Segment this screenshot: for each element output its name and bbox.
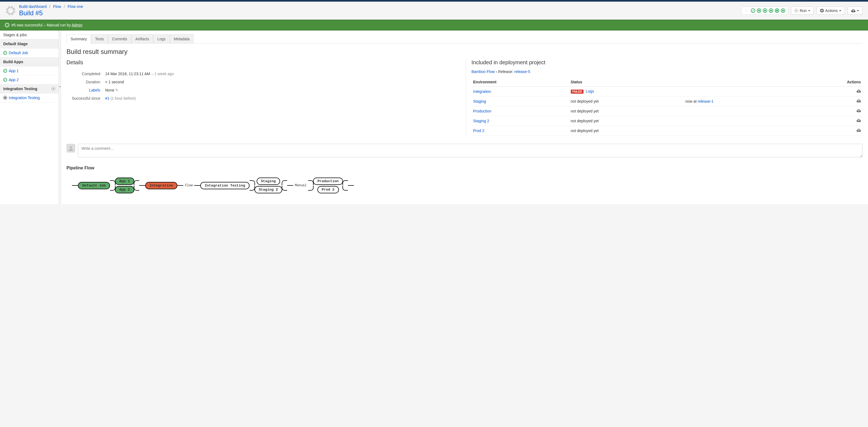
env-link[interactable]: Production (473, 109, 492, 113)
comment-input[interactable] (78, 144, 863, 157)
edit-labels-icon[interactable]: ✎ (115, 88, 119, 92)
deployment-table: Environment Status Actions Integration F… (472, 77, 863, 136)
header: Build dashboard / Flow / Flow one Build … (0, 2, 868, 20)
breadcrumb-build-dashboard[interactable]: Build dashboard (19, 4, 46, 9)
pipeline-node-app2: App 2 (115, 186, 134, 193)
deployment-project-link[interactable]: Bamboo Flow (472, 69, 495, 74)
details-value: #1 (1 hour before) (103, 95, 457, 102)
status-dot-icon[interactable] (769, 8, 773, 13)
breadcrumb-flow[interactable]: Flow (53, 4, 61, 9)
logs-link[interactable]: Logs (586, 89, 594, 93)
deployment-release-line: Bamboo Flow › Release: release-5 (472, 69, 863, 74)
since-build-link[interactable]: #1 (105, 96, 110, 100)
env-link[interactable]: Staging (473, 99, 486, 103)
deploy-dropdown-button[interactable] (847, 6, 863, 15)
cloud-upload-icon (851, 8, 856, 13)
status-banner: ✓ #5 was successful – Manual run by Admi… (0, 20, 868, 31)
actions-button[interactable]: Actions (816, 6, 845, 15)
details-label: Labels (67, 86, 102, 94)
success-icon (3, 51, 7, 55)
details-heading: Details (66, 59, 458, 66)
breadcrumb: Build dashboard / Flow / Flow one (19, 4, 741, 9)
pipeline-node-integration-testing: Integration Testing (200, 182, 249, 189)
env-link[interactable]: Prod 2 (473, 129, 485, 133)
deploy-action-icon[interactable] (857, 109, 861, 113)
banner-user-link[interactable]: Admin (72, 23, 83, 27)
sidebar-group-build-apps: Build Apps (0, 58, 59, 66)
tab-artifacts[interactable]: Artifacts (131, 34, 153, 43)
page-title: Build #5 (19, 9, 741, 17)
play-icon[interactable] (52, 87, 55, 91)
tabs: Summary Tests Commits Artifacts Logs Met… (66, 34, 863, 43)
pipeline-label-flow: Flow (185, 184, 193, 187)
play-icon (795, 9, 798, 12)
pipeline-flow-diagram: Default Job App 1 App 2 Integration Flow… (66, 175, 863, 196)
svg-rect-5 (14, 10, 16, 11)
pipeline-node-staging2: Staging 2 (254, 186, 282, 193)
sidebar-item-integration-testing[interactable]: Integration Testing (0, 93, 59, 102)
sidebar-group-default-stage: Default Stage (0, 39, 59, 48)
details-table: Completed 14 Mar 2018, 11:23:11 AM – 1 w… (66, 69, 458, 103)
pipeline-node-integration: Integration (145, 182, 177, 189)
sidebar-group-integration-testing: Integration Testing (0, 85, 59, 93)
sidebar-item-default-job[interactable]: Default Job (0, 48, 59, 58)
status-dot-icon[interactable] (775, 8, 779, 13)
status-dot-icon[interactable] (757, 8, 761, 13)
user-avatar-icon (66, 144, 75, 153)
env-link[interactable]: Staging 2 (473, 119, 489, 123)
details-value: < 1 second (103, 78, 457, 86)
sidebar-collapse-handle[interactable]: ◂ (59, 31, 61, 204)
success-icon (3, 78, 7, 82)
pipeline-node-app1: App 1 (115, 177, 134, 185)
deploy-extra: now at release-1 (684, 96, 799, 106)
deploy-action-icon[interactable] (857, 119, 861, 123)
details-label: Successful since (67, 95, 102, 102)
section-title: Build result summary (66, 48, 863, 56)
app-logo-icon (5, 5, 16, 16)
sidebar: Stages & jobs Default Stage Default Job … (0, 31, 59, 204)
release-link[interactable]: release-1 (698, 99, 714, 103)
deploy-row: Prod 2 not deployed yet (472, 126, 863, 136)
pipeline-node-default-job: Default Job (78, 182, 110, 189)
deploy-action-icon[interactable] (857, 99, 861, 104)
gear-icon (820, 9, 824, 12)
check-circle-icon: ✓ (5, 23, 9, 27)
deploy-action-icon[interactable] (857, 90, 861, 94)
run-button[interactable]: Run (791, 6, 814, 15)
details-value: None ✎ (103, 86, 457, 94)
pipeline-heading: Pipeline Flow (66, 166, 863, 170)
deploy-row: Production not deployed yet (472, 106, 863, 116)
labels-link[interactable]: Labels (89, 88, 100, 92)
pending-icon (4, 96, 6, 99)
deploy-action-icon[interactable] (857, 129, 861, 133)
sidebar-item-app1[interactable]: App 1 (0, 66, 59, 75)
prev-build-icon[interactable]: ← (744, 8, 748, 13)
chevron-down-icon (839, 10, 841, 11)
svg-point-10 (70, 146, 72, 149)
pipeline-node-prod2: Prod 2 (317, 186, 339, 193)
col-actions: Actions (799, 77, 863, 87)
tab-logs[interactable]: Logs (153, 34, 169, 43)
deploy-row: Staging 2 not deployed yet (472, 116, 863, 126)
tab-metadata[interactable]: Metadata (170, 34, 194, 43)
sidebar-item-app2[interactable]: App 2 (0, 75, 59, 85)
status-text: not deployed yet (569, 116, 684, 126)
status-dot-icon[interactable] (781, 8, 785, 13)
svg-rect-2 (10, 6, 11, 7)
deployment-release-link[interactable]: release-5 (515, 69, 530, 74)
status-text: not deployed yet (569, 126, 684, 136)
tab-commits[interactable]: Commits (108, 34, 131, 43)
status-dot-icon[interactable] (751, 8, 755, 13)
success-icon (3, 69, 7, 73)
breadcrumb-flow-one[interactable]: Flow one (68, 4, 83, 9)
chevron-down-icon (808, 10, 810, 11)
status-text: not deployed yet (569, 106, 684, 116)
status-dot-icon[interactable] (763, 8, 767, 13)
tab-summary[interactable]: Summary (66, 34, 91, 43)
pipeline-label-manual: Manual (295, 184, 307, 187)
env-link[interactable]: Integration (473, 89, 491, 94)
status-badge-failed: FAILED (571, 90, 584, 94)
svg-point-1 (8, 8, 13, 13)
tab-tests[interactable]: Tests (91, 34, 108, 43)
details-value: 14 Mar 2018, 11:23:11 AM – 1 week ago (103, 70, 457, 77)
